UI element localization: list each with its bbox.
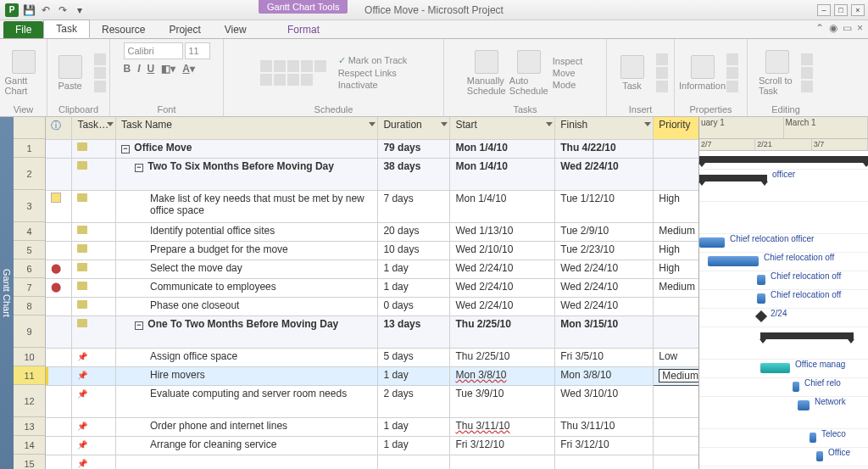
clear-icon[interactable] bbox=[801, 67, 813, 79]
cell-finish[interactable]: Thu 3/11/10 bbox=[555, 417, 654, 436]
cell-name[interactable]: Prepare a budget for the move bbox=[116, 241, 378, 260]
ribbon-minimize-icon[interactable]: ⌃ bbox=[815, 22, 824, 34]
gantt-row[interactable]: Office bbox=[699, 448, 868, 466]
row-header[interactable]: 5 bbox=[14, 241, 45, 260]
row-header[interactable]: 9 bbox=[14, 315, 45, 348]
row-header[interactable]: 10 bbox=[14, 348, 45, 366]
format-painter-icon[interactable] bbox=[94, 81, 106, 92]
cell-mode[interactable]: 📌 bbox=[72, 436, 116, 455]
cell-mode[interactable] bbox=[72, 315, 116, 348]
cell-mode[interactable] bbox=[72, 139, 116, 158]
cell-mode[interactable] bbox=[72, 297, 116, 315]
cell-start[interactable]: Fri 3/12/10 bbox=[450, 436, 555, 455]
task-bar[interactable] bbox=[699, 237, 725, 248]
win-close-icon[interactable]: × bbox=[857, 22, 863, 34]
cell-start[interactable]: Thu 2/25/10 bbox=[450, 348, 555, 366]
cell-name[interactable]: Assign office space bbox=[116, 348, 378, 366]
row-header[interactable]: 11 bbox=[14, 366, 45, 385]
cell-mode[interactable] bbox=[72, 190, 116, 222]
cell-duration[interactable]: 79 days bbox=[378, 139, 450, 158]
qat-customize-icon[interactable]: ▾ bbox=[73, 3, 86, 17]
summary-bar[interactable] bbox=[699, 156, 868, 163]
cell-duration[interactable]: 1 day bbox=[378, 417, 450, 436]
notes-icon[interactable] bbox=[726, 53, 738, 65]
col-indicators[interactable]: ⓘ bbox=[46, 117, 72, 139]
col-duration[interactable]: Duration bbox=[378, 117, 450, 139]
link-buttons[interactable] bbox=[260, 74, 326, 86]
cell-name[interactable]: Identify potential office sites bbox=[116, 222, 378, 241]
underline-button[interactable]: U bbox=[147, 63, 155, 75]
cell-start[interactable]: Wed 2/24/10 bbox=[450, 297, 555, 315]
percent-buttons[interactable] bbox=[260, 60, 326, 72]
summary-icon[interactable] bbox=[656, 53, 668, 65]
row-header[interactable]: 4 bbox=[14, 222, 45, 241]
cell-name[interactable] bbox=[116, 455, 378, 469]
cell-name[interactable]: − One To Two Months Before Moving Day bbox=[116, 315, 378, 348]
cell-finish[interactable]: Fri 3/12/10 bbox=[555, 436, 654, 455]
cell-duration[interactable]: 13 days bbox=[378, 315, 450, 348]
cell-duration[interactable]: 1 day bbox=[378, 366, 450, 385]
gantt-chart-button[interactable]: Gantt Chart bbox=[5, 50, 42, 96]
cell-mode[interactable] bbox=[72, 222, 116, 241]
task-bar[interactable] bbox=[793, 382, 799, 392]
gantt-row[interactable]: 2/24 bbox=[699, 309, 868, 327]
cell-mode[interactable] bbox=[72, 260, 116, 278]
cell-finish[interactable]: Tue 1/12/10 bbox=[555, 190, 654, 222]
gantt-row[interactable]: Chief relocation officer bbox=[699, 234, 868, 253]
cell-duration[interactable]: 1 day bbox=[378, 436, 450, 455]
row-header[interactable]: 1 bbox=[14, 139, 45, 158]
cell-start[interactable]: Mon 3/8/10 bbox=[450, 366, 555, 385]
cell-finish[interactable]: Mon 3/8/10 bbox=[555, 366, 654, 385]
inspect-button[interactable]: Inspect bbox=[553, 56, 582, 66]
cell-start[interactable]: Wed 2/24/10 bbox=[450, 278, 555, 297]
row-header[interactable]: 15 bbox=[14, 455, 45, 469]
font-size-combo[interactable]: 11 bbox=[185, 42, 210, 59]
cell-name[interactable]: Phase one closeout bbox=[116, 297, 378, 315]
mark-on-track-button[interactable]: Mark on Track bbox=[338, 55, 408, 66]
task-bar[interactable] bbox=[810, 433, 816, 443]
cell-name[interactable]: Arrange for cleaning service bbox=[116, 436, 378, 455]
priority-edit-cell[interactable]: Medium bbox=[659, 369, 702, 382]
cell-finish[interactable]: Tue 2/9/10 bbox=[555, 222, 654, 241]
task-bar[interactable] bbox=[798, 400, 810, 410]
move-button[interactable]: Move bbox=[553, 68, 582, 78]
task-bar[interactable] bbox=[757, 293, 765, 304]
cell-duration[interactable]: 5 days bbox=[378, 348, 450, 366]
cell-start[interactable]: Mon 1/4/10 bbox=[450, 190, 555, 222]
close-button[interactable]: × bbox=[851, 4, 865, 16]
cell-duration[interactable]: 1 day bbox=[378, 260, 450, 278]
details-icon[interactable] bbox=[726, 67, 738, 79]
cell-start[interactable]: Thu 3/11/10 bbox=[450, 417, 555, 436]
cell-start[interactable]: Wed 1/13/10 bbox=[450, 222, 555, 241]
bold-button[interactable]: B bbox=[124, 63, 131, 75]
cell-duration[interactable] bbox=[378, 455, 450, 469]
scroll-to-task-button[interactable]: Scroll to Task bbox=[759, 50, 796, 96]
gantt-row[interactable]: officer bbox=[699, 170, 868, 202]
cell-name[interactable]: Communicate to employees bbox=[116, 278, 378, 297]
cell-start[interactable]: Mon 1/4/10 bbox=[450, 158, 555, 190]
gantt-chart-sidebar[interactable]: Gantt Chart bbox=[0, 117, 14, 469]
gantt-row[interactable] bbox=[699, 327, 868, 360]
row-header[interactable]: 3 bbox=[14, 190, 45, 222]
row-header[interactable]: 8 bbox=[14, 297, 45, 315]
gantt-row[interactable]: Network bbox=[699, 397, 868, 429]
summary-bar[interactable] bbox=[699, 175, 767, 181]
cell-mode[interactable] bbox=[72, 278, 116, 297]
cell-name[interactable]: − Office Move bbox=[116, 139, 378, 158]
cell-finish[interactable]: Wed 2/24/10 bbox=[555, 260, 654, 278]
cell-finish[interactable]: Wed 2/24/10 bbox=[555, 297, 654, 315]
find-icon[interactable] bbox=[801, 53, 813, 65]
cell-start[interactable]: Wed 2/24/10 bbox=[450, 260, 555, 278]
cell-name[interactable]: Hire movers bbox=[116, 366, 378, 385]
tab-resource[interactable]: Resource bbox=[90, 21, 157, 38]
cell-mode[interactable] bbox=[72, 158, 116, 190]
cell-duration[interactable]: 10 days bbox=[378, 241, 450, 260]
cell-duration[interactable]: 7 days bbox=[378, 190, 450, 222]
manually-schedule-button[interactable]: Manually Schedule bbox=[468, 50, 505, 96]
tab-file[interactable]: File bbox=[3, 21, 43, 38]
summary-bar[interactable] bbox=[760, 332, 854, 339]
row-header[interactable]: 14 bbox=[14, 436, 45, 455]
timeline-icon[interactable] bbox=[726, 81, 738, 92]
cell-finish[interactable]: Tue 2/23/10 bbox=[555, 241, 654, 260]
gantt-row[interactable]: Chief relo bbox=[699, 378, 868, 397]
